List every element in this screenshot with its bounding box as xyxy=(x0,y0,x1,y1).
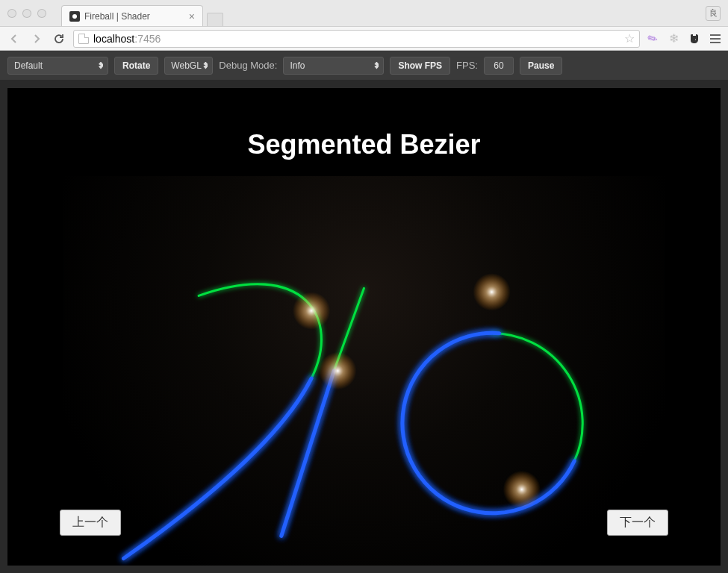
browser-tab-active[interactable]: Fireball | Shader × xyxy=(61,5,203,26)
fireball-favicon-icon xyxy=(69,11,80,22)
arrow-left-icon xyxy=(9,34,19,44)
rotate-button[interactable]: Rotate xyxy=(114,57,158,75)
rotate-button-label: Rotate xyxy=(122,60,150,71)
scene-title: Segmented Bezier xyxy=(7,129,721,160)
pause-button-label: Pause xyxy=(528,60,554,71)
canvas-area: Segmented Bezier xyxy=(7,88,721,566)
forward-button[interactable] xyxy=(28,31,45,47)
extension-icons: ✎ ❄ xyxy=(646,32,722,46)
browser-tabs: Fireball | Shader × xyxy=(61,0,223,26)
render-viewport xyxy=(63,176,665,566)
tab-title: Fireball | Shader xyxy=(84,11,150,22)
show-fps-button-label: Show FPS xyxy=(398,60,442,71)
nav-buttons: 上一个 下一个 xyxy=(7,510,721,536)
bezier-render-svg xyxy=(63,176,665,566)
renderer-select-value: WebGL xyxy=(171,60,201,71)
url-host: localhost xyxy=(93,33,134,45)
window-titlebar: Fireball | Shader × 良 xyxy=(0,0,728,27)
traffic-lights xyxy=(7,9,46,18)
page-icon xyxy=(78,34,89,44)
loglevel-select-value: Info xyxy=(290,60,305,71)
url-text: localhost:7456 xyxy=(93,33,161,45)
svg-point-2 xyxy=(473,273,510,310)
browser-toolbar: localhost:7456 ☆ ✎ ❄ xyxy=(0,27,728,51)
new-tab-button[interactable] xyxy=(207,13,223,26)
dev-toolbar: Default Rotate WebGL Debug Mode: Info Sh… xyxy=(0,51,728,81)
debug-mode-label: Debug Mode: xyxy=(219,60,277,71)
scene-select-value: Default xyxy=(14,60,43,71)
scene-select[interactable]: Default xyxy=(7,57,108,75)
url-port: :7456 xyxy=(134,33,161,45)
app-content: Default Rotate WebGL Debug Mode: Info Sh… xyxy=(0,51,728,573)
fps-label: FPS: xyxy=(456,60,478,71)
back-button[interactable] xyxy=(6,31,22,47)
next-button[interactable]: 下一个 xyxy=(607,510,668,536)
svg-point-1 xyxy=(319,352,356,389)
window-minimize-button[interactable] xyxy=(22,9,31,18)
window-close-button[interactable] xyxy=(7,9,16,18)
address-bar[interactable]: localhost:7456 ☆ xyxy=(73,30,640,48)
loglevel-select[interactable]: Info xyxy=(283,57,384,75)
bookmark-star-icon[interactable]: ☆ xyxy=(624,31,635,46)
fps-input[interactable] xyxy=(484,57,514,75)
svg-point-0 xyxy=(293,292,330,329)
show-fps-button[interactable]: Show FPS xyxy=(390,57,450,75)
prev-button[interactable]: 上一个 xyxy=(60,510,121,536)
hamburger-menu-icon[interactable] xyxy=(709,32,722,46)
svg-point-3 xyxy=(503,471,541,508)
prev-button-label: 上一个 xyxy=(72,516,108,528)
profile-button[interactable]: 良 xyxy=(706,6,721,21)
pause-button[interactable]: Pause xyxy=(520,57,562,75)
reload-icon xyxy=(53,33,65,45)
gear-extension-icon[interactable]: ❄ xyxy=(667,32,680,46)
renderer-select[interactable]: WebGL xyxy=(164,57,213,75)
window-zoom-button[interactable] xyxy=(37,9,46,18)
feather-extension-icon[interactable]: ✎ xyxy=(644,29,662,48)
close-tab-icon[interactable]: × xyxy=(189,10,195,22)
reload-button[interactable] xyxy=(51,31,67,47)
arrow-right-icon xyxy=(31,34,42,44)
evernote-extension-icon[interactable] xyxy=(688,32,701,46)
next-button-label: 下一个 xyxy=(620,516,656,528)
